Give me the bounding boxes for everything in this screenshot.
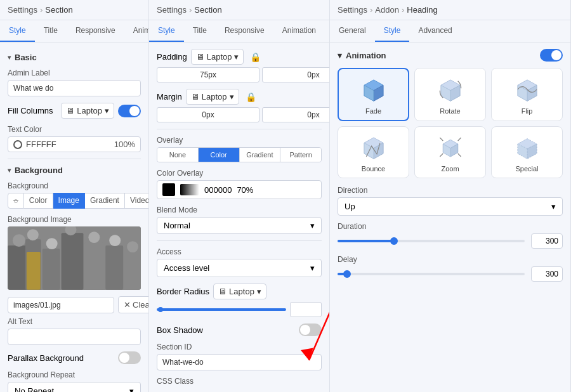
- margin-device-select[interactable]: 🖥 Laptop ▾: [186, 89, 239, 105]
- blend-mode-dropdown[interactable]: Normal ▾: [157, 217, 322, 234]
- duration-slider-track[interactable]: [338, 240, 525, 242]
- alt-text-input[interactable]: [8, 329, 141, 345]
- padding-label: Padding: [157, 52, 187, 62]
- laptop-icon: 🖥: [66, 106, 74, 115]
- color-overlay-label: Color Overlay: [157, 169, 322, 178]
- tab-style-mid[interactable]: Style: [149, 20, 184, 42]
- tab-responsive-mid[interactable]: Responsive: [216, 20, 273, 42]
- file-path-input[interactable]: [8, 297, 114, 313]
- opacity-value: 100%: [114, 140, 135, 149]
- bg-tab-image[interactable]: Image: [53, 193, 85, 209]
- color-overlay-picker[interactable]: 000000 70%: [157, 180, 322, 199]
- access-dropdown[interactable]: Access level ▾: [157, 259, 322, 277]
- blend-mode-label: Blend Mode: [157, 206, 322, 214]
- direction-dropdown[interactable]: Up ▾: [338, 197, 563, 216]
- chevron-access: ▾: [310, 263, 315, 273]
- mid-breadcrumb: Settings › Section: [149, 0, 329, 20]
- tab-style-left[interactable]: Style: [0, 20, 35, 42]
- admin-label-input[interactable]: [8, 80, 141, 96]
- tab-animation-mid[interactable]: Animation: [273, 20, 325, 42]
- anim-card-special[interactable]: Special: [491, 126, 563, 178]
- breadcrumb-settings: Settings: [8, 5, 37, 15]
- bg-repeat-dropdown[interactable]: No Repeat ▾: [8, 382, 141, 392]
- fill-columns-row: Fill Columns 🖥 Laptop ▾: [8, 103, 141, 119]
- margin-grid: [157, 107, 322, 122]
- border-radius-controls: [157, 302, 322, 317]
- tab-responsive-left[interactable]: Responsive: [67, 20, 124, 42]
- svg-point-12: [109, 235, 121, 246]
- padding-right[interactable]: [262, 67, 329, 82]
- flip-label: Flip: [522, 107, 533, 115]
- padding-top[interactable]: [157, 67, 259, 82]
- svg-point-4: [27, 229, 39, 240]
- blend-mode-row: Blend Mode Normal ▾: [157, 206, 322, 234]
- padding-device-select[interactable]: 🖥 Laptop ▾: [191, 49, 244, 65]
- overlay-color[interactable]: Color: [199, 148, 240, 162]
- overlay-pattern[interactable]: Pattern: [280, 148, 321, 162]
- bg-repeat-value: No Repeat: [15, 386, 54, 392]
- bg-tab-color-text[interactable]: Color: [24, 193, 53, 209]
- anim-card-rotate[interactable]: Rotate: [414, 68, 486, 121]
- tab-general-right[interactable]: General: [330, 20, 375, 42]
- border-radius-device[interactable]: 🖥 Laptop ▾: [213, 284, 266, 299]
- delay-slider-row: [338, 266, 563, 282]
- parallax-row: Parallax Background: [8, 351, 141, 364]
- bg-tab-color[interactable]: ○: [8, 193, 24, 209]
- file-row: ✕ Clear: [8, 296, 141, 313]
- bg-tab-video[interactable]: Video: [125, 193, 148, 209]
- clear-button[interactable]: ✕ Clear: [118, 296, 148, 313]
- lock-icon-pad: 🔒: [250, 52, 261, 62]
- section-id-input[interactable]: [157, 354, 322, 370]
- color-hex-value: FFFFFF: [26, 140, 110, 149]
- tab-advanced-right[interactable]: Advanced: [409, 20, 461, 42]
- fill-columns-device[interactable]: 🖥 Laptop ▾: [61, 103, 114, 119]
- tab-title-left[interactable]: Title: [35, 20, 67, 42]
- chevron-pad: ▾: [234, 52, 239, 62]
- left-breadcrumb: Settings › Section: [0, 0, 148, 20]
- duration-slider-thumb[interactable]: [390, 237, 398, 245]
- bounce-label: Bounce: [362, 165, 385, 173]
- parallax-toggle[interactable]: [118, 351, 141, 364]
- anim-card-bounce[interactable]: Bounce: [338, 126, 409, 178]
- overlay-none[interactable]: None: [157, 148, 199, 162]
- anim-card-flip[interactable]: Flip: [491, 68, 563, 121]
- text-color-picker[interactable]: FFFFFF 100%: [8, 136, 141, 152]
- duration-slider-fill: [338, 240, 394, 242]
- box-shadow-label: Box Shadow: [157, 325, 203, 335]
- box-shadow-toggle[interactable]: [299, 323, 322, 336]
- right-panel-body: ▾ Animation Fa: [330, 42, 570, 392]
- color-dot: [13, 140, 22, 149]
- access-level-value: Access level: [164, 263, 209, 273]
- anim-card-fade[interactable]: Fade: [338, 68, 409, 121]
- anim-card-zoom[interactable]: Zoom: [414, 126, 486, 178]
- delay-slider-thumb[interactable]: [343, 270, 351, 278]
- section-id-label: Section ID: [157, 343, 322, 351]
- alt-text-row: Alt Text: [8, 317, 141, 345]
- access-row: Access Access level ▾: [157, 247, 322, 277]
- margin-right[interactable]: [262, 107, 329, 122]
- bg-image-label: Background Image: [8, 215, 141, 224]
- border-radius-slider[interactable]: [157, 308, 286, 311]
- tab-style-right[interactable]: Style: [375, 20, 410, 42]
- box-shadow-row: Box Shadow: [157, 323, 322, 336]
- left-panel-body: ▾ Basic Admin Label Fill Columns 🖥 Lapto…: [0, 42, 148, 392]
- tab-title-mid[interactable]: Title: [184, 20, 216, 42]
- fade-label: Fade: [365, 107, 381, 115]
- breadcrumb-section: Section: [45, 5, 72, 15]
- bounce-icon: [358, 133, 389, 161]
- bg-repeat-label: Background Repeat: [8, 370, 141, 379]
- animation-toggle[interactable]: [540, 49, 563, 62]
- fill-columns-toggle[interactable]: [118, 105, 141, 117]
- border-radius-value[interactable]: [290, 302, 322, 317]
- left-panel: Settings › Section Style Title Responsiv…: [0, 0, 149, 392]
- no-fill-icon: ○: [13, 196, 18, 206]
- margin-top[interactable]: [157, 107, 259, 122]
- bg-tab-gradient[interactable]: Gradient: [85, 193, 125, 209]
- delay-slider-track[interactable]: [338, 273, 525, 275]
- svg-point-6: [46, 238, 58, 249]
- overlay-gradient[interactable]: Gradient: [240, 148, 281, 162]
- delay-value-input[interactable]: [531, 266, 563, 282]
- overlay-hex-value: 000000: [204, 185, 232, 195]
- duration-value-input[interactable]: [531, 233, 563, 249]
- tab-animation-left[interactable]: Animation: [124, 20, 149, 42]
